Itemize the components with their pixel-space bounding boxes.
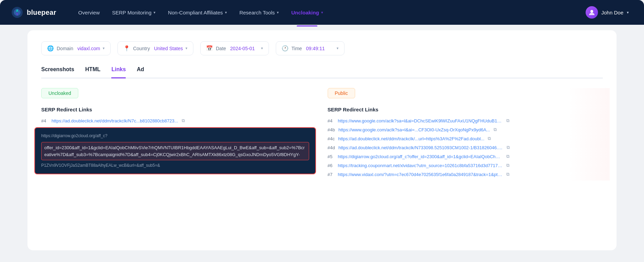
- tooltip-popup: https://digiarrow.go2cloud.org/aff_c? of…: [34, 127, 316, 174]
- link-row: #4 https://ad.doubleclick.net/ddm/trackc…: [41, 118, 317, 123]
- globe-icon: 🌐: [47, 45, 54, 52]
- tab-html[interactable]: HTML: [85, 66, 100, 78]
- navbar-nav: Overview SERP Monitoring ▾ Non-Compliant…: [73, 7, 581, 18]
- link-row: #4d https://ad.doubleclick.net/ddm/track…: [328, 145, 603, 150]
- logo-text: bluepear: [27, 9, 56, 17]
- link-url[interactable]: https://ad.doubleclick.net/ddm/trackclk/…: [338, 136, 484, 141]
- copy-icon[interactable]: ⧉: [506, 118, 509, 123]
- date-value: 2024-05-01: [230, 46, 258, 51]
- link-url[interactable]: https://digiarrow.go2cloud.org/aff_c?off…: [338, 154, 503, 159]
- link-num: #4c: [328, 136, 335, 141]
- link-num: #6: [328, 163, 335, 168]
- link-num: #4b: [328, 127, 335, 132]
- link-num: #7: [328, 172, 335, 177]
- link-row: #4b https://www.google.com/aclk?sa=l&ai=…: [328, 127, 603, 132]
- chevron-down-icon: ▾: [154, 10, 156, 15]
- nav-non-compliant[interactable]: Non-Compliant Affiliates ▾: [162, 7, 233, 18]
- nav-serp-monitoring[interactable]: SERP Monitoring ▾: [106, 7, 161, 18]
- logo[interactable]: bluepear: [11, 6, 56, 19]
- status-badge-uncloaked: Uncloaked: [41, 88, 78, 98]
- chevron-down-icon: ▾: [185, 46, 188, 51]
- page-wrapper: bluepear Overview SERP Monitoring ▾ Non-…: [0, 0, 644, 262]
- svg-point-4: [590, 10, 593, 13]
- copy-icon[interactable]: ⧉: [182, 118, 185, 123]
- link-url[interactable]: https://www.google.com/aclk?sa=l&ai=DChc…: [338, 118, 503, 123]
- clock-icon: 🕐: [282, 45, 289, 52]
- time-filter[interactable]: 🕐 Time 09:49:11 ▾: [276, 41, 344, 55]
- avatar: [586, 6, 598, 19]
- navbar: bluepear Overview SERP Monitoring ▾ Non-…: [0, 0, 644, 25]
- tab-ad[interactable]: Ad: [137, 66, 144, 78]
- copy-icon[interactable]: ⧉: [506, 163, 509, 168]
- link-num: #5: [328, 154, 335, 159]
- left-section-title: SERP Redirect Links: [41, 107, 317, 112]
- chevron-down-icon: ▾: [103, 46, 105, 51]
- copy-icon[interactable]: ⧉: [506, 172, 509, 177]
- user-icon: [588, 9, 595, 16]
- location-icon: 📍: [123, 45, 130, 52]
- link-row: #6 https://tracking.couponmart.net/xlvid…: [328, 163, 603, 168]
- link-num: #4: [328, 118, 335, 123]
- chevron-down-icon: ▾: [321, 10, 323, 15]
- nav-uncloaking[interactable]: Uncloaking ▾: [286, 7, 329, 18]
- link-url[interactable]: https://www.vidaxl.com/?utm=c7ec670d4e70…: [338, 172, 503, 177]
- time-value: 09:49:11: [306, 46, 334, 51]
- domain-label: Domain: [57, 46, 73, 51]
- right-column: Public SERP Redirect Links #4 https://ww…: [328, 88, 603, 181]
- tooltip-header-url: https://digiarrow.go2cloud.org/aff_c?: [41, 133, 309, 139]
- tab-links[interactable]: Links: [111, 66, 126, 78]
- chevron-down-icon: ▾: [261, 46, 263, 51]
- right-section-title: SERP Redirect Links: [328, 107, 603, 112]
- country-filter[interactable]: 📍 Country United States ▾: [117, 41, 193, 55]
- link-url[interactable]: https://www.google.com/aclk?sa=l&ai=...C…: [338, 127, 490, 132]
- link-row: #4 https://www.google.com/aclk?sa=l&ai=D…: [328, 118, 603, 123]
- link-row: #4c https://ad.doubleclick.net/ddm/track…: [328, 136, 603, 141]
- calendar-icon: 📅: [206, 45, 213, 52]
- filter-bar: 🌐 Domain vidaxl.com ▾ 📍 Country United S…: [41, 41, 603, 55]
- time-label: Time: [291, 46, 302, 51]
- nav-overview[interactable]: Overview: [73, 7, 105, 18]
- copy-icon[interactable]: ⧉: [494, 127, 497, 132]
- user-name: John Doe: [601, 10, 623, 15]
- link-row: #7 https://www.vidaxl.com/?utm=c7ec670d4…: [328, 172, 603, 177]
- user-menu[interactable]: John Doe ▾: [581, 4, 633, 21]
- logo-icon: [11, 6, 23, 19]
- domain-filter[interactable]: 🌐 Domain vidaxl.com ▾: [41, 41, 111, 55]
- user-chevron-icon: ▾: [627, 10, 629, 15]
- tooltip-footer-text: P1ZVn9V1OVFjJaS2amBT88aAlhyEALw_wcB&url=…: [41, 162, 309, 169]
- link-url[interactable]: https://ad.doubleclick.net/ddm/trackclk/…: [338, 145, 503, 150]
- copy-icon[interactable]: ⧉: [488, 136, 491, 141]
- chevron-down-icon: ▾: [277, 10, 279, 15]
- nav-research-tools[interactable]: Research Tools ▾: [234, 7, 284, 18]
- chevron-down-icon: ▾: [337, 46, 339, 51]
- link-url[interactable]: https://tracking.couponmart.net/xlvidavc…: [338, 163, 503, 168]
- status-badge-public: Public: [328, 88, 355, 98]
- country-label: Country: [133, 46, 150, 51]
- country-value: United States: [154, 46, 183, 51]
- link-row: #5 https://digiarrow.go2cloud.org/aff_c?…: [328, 154, 603, 159]
- link-url[interactable]: https://ad.doubleclick.net/ddm/trackclk/…: [52, 118, 178, 123]
- tab-screenshots[interactable]: Screenshots: [41, 66, 74, 78]
- chevron-down-icon: ▾: [225, 10, 227, 15]
- date-filter[interactable]: 📅 Date 2024-05-01 ▾: [200, 41, 269, 55]
- copy-icon[interactable]: ⧉: [507, 145, 510, 150]
- date-label: Date: [216, 46, 226, 51]
- link-num: #4: [41, 118, 48, 123]
- tooltip-highlighted-text: offer_id=2300&aff_id=1&gclid=EAIaIQobChM…: [41, 142, 309, 160]
- domain-value: vidaxl.com: [77, 46, 100, 51]
- tab-bar: Screenshots HTML Links Ad: [41, 66, 603, 78]
- copy-icon[interactable]: ⧉: [506, 154, 509, 159]
- link-num: #4d: [328, 145, 335, 150]
